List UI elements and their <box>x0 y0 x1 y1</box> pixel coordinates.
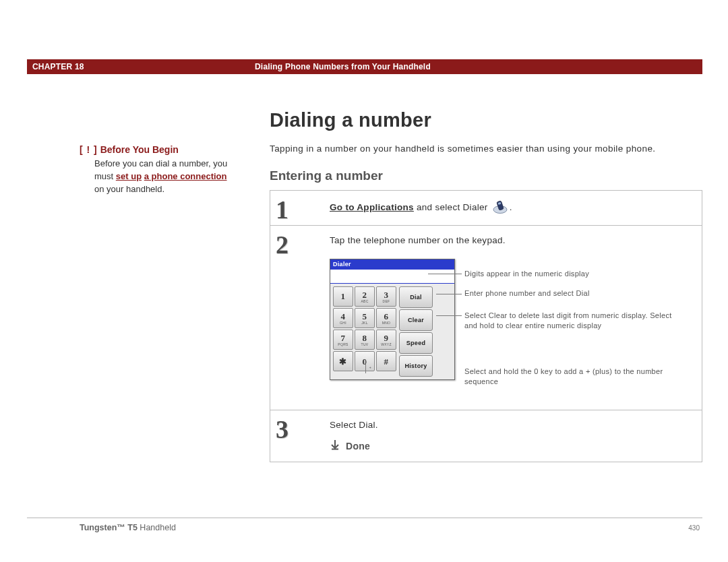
step-content-2: Tap the telephone number on the keypad. … <box>324 226 702 410</box>
key-1: 1 <box>333 286 353 307</box>
key-9: 9WXYZ <box>376 330 396 350</box>
callout-clear: Select Clear to delete last digit from n… <box>464 311 673 331</box>
dialer-numeric-display <box>330 269 454 284</box>
step3-text: Select Dial. <box>330 420 378 430</box>
key-6: 6MNO <box>376 308 396 328</box>
setup-link[interactable]: set up <box>116 171 142 181</box>
speed-button: Speed <box>399 332 433 354</box>
callout-dial: Enter phone number and select Dial <box>464 288 660 299</box>
key-sub: GHI <box>340 321 346 325</box>
callout-line <box>365 360 366 373</box>
phone-connection-link[interactable]: a phone connection <box>144 171 227 181</box>
dialer-illustration-wrap: Dialer 1 2ABC 3DEF 4GHI 5JKL 6MNO <box>330 259 694 394</box>
chapter-title: Dialing Phone Numbers from Your Handheld <box>255 62 431 71</box>
key-sub: DEF <box>383 300 390 303</box>
footer-product: Tungsten™ T5 Handheld <box>80 523 176 532</box>
footer-product-rest: Handheld <box>138 523 176 532</box>
alert-bracket: [ ! ] <box>80 144 98 155</box>
dialer-side-buttons: Dial Clear Speed History <box>399 286 433 377</box>
key-sub: + <box>369 366 371 369</box>
footer-rule <box>27 518 702 518</box>
key-digit: 5 <box>363 312 367 321</box>
callout-line <box>428 274 462 274</box>
key-digit: 8 <box>363 334 367 342</box>
key-star: ✱ <box>333 351 353 371</box>
dialer-body: 1 2ABC 3DEF 4GHI 5JKL 6MNO 7PQRS 8TUV 9W… <box>330 284 454 379</box>
key-sub: WXYZ <box>381 343 392 346</box>
key-digit: # <box>384 357 389 366</box>
page: CHAPTER 18 Dialing Phone Numbers from Yo… <box>0 0 728 562</box>
key-sub: MNO <box>382 321 391 325</box>
key-0: 0+ <box>355 351 375 371</box>
step-row-2: 2 Tap the telephone number on the keypad… <box>270 226 702 410</box>
dial-button: Dial <box>399 286 433 308</box>
step-number: 2 <box>270 226 324 410</box>
byb-post: on your handheld. <box>94 184 164 194</box>
go-to-applications-link[interactable]: Go to Applications <box>330 202 414 212</box>
clear-button: Clear <box>399 309 433 331</box>
key-7: 7PQRS <box>333 330 353 350</box>
down-arrow-icon <box>330 439 340 452</box>
footer-product-bold: Tungsten™ T5 <box>80 523 138 532</box>
dialer-titlebar: Dialer <box>330 259 454 269</box>
before-you-begin-label: Before You Begin <box>100 144 179 155</box>
page-title: Dialing a number <box>270 109 702 131</box>
key-2: 2ABC <box>355 286 375 307</box>
section-heading: Entering a number <box>270 168 702 183</box>
before-you-begin-body: Before you can dial a number, you must s… <box>80 156 235 196</box>
step-number: 3 <box>270 410 324 462</box>
step-content-3: Select Dial. Done <box>324 410 702 462</box>
key-sub: ABC <box>361 300 368 303</box>
key-sub: PQRS <box>338 343 348 346</box>
before-you-begin-title: [ ! ] Before You Begin <box>80 143 235 156</box>
key-sub: TUV <box>361 343 369 346</box>
key-sub: JKL <box>361 321 368 325</box>
done-label: Done <box>346 441 370 451</box>
done-row: Done <box>330 439 694 452</box>
before-you-begin: [ ! ] Before You Begin Before you can di… <box>80 143 235 196</box>
step2-text: Tap the telephone number on the keypad. <box>330 235 506 245</box>
key-digit: 6 <box>384 312 389 321</box>
key-digit: 2 <box>363 290 367 299</box>
dialer-app-icon <box>493 200 508 216</box>
key-4: 4GHI <box>333 308 353 328</box>
key-digit: ✱ <box>339 357 346 366</box>
step-number: 1 <box>270 191 324 225</box>
key-digit: 3 <box>384 290 389 299</box>
step-row-1: 1 Go to Applications and select Dialer . <box>270 191 702 226</box>
key-digit: 9 <box>384 334 389 342</box>
step1-tail: . <box>510 202 512 212</box>
key-digit: 4 <box>341 312 346 321</box>
footer-page-number: 430 <box>688 524 700 532</box>
key-digit: 0 <box>363 357 367 366</box>
dialer-screenshot: Dialer 1 2ABC 3DEF 4GHI 5JKL 6MNO <box>330 259 455 380</box>
key-digit: 1 <box>341 292 346 301</box>
dialer-numpad: 1 2ABC 3DEF 4GHI 5JKL 6MNO 7PQRS 8TUV 9W… <box>333 286 396 377</box>
key-hash: # <box>376 351 396 371</box>
callout-display: Digits appear in the numeric display <box>464 269 660 279</box>
history-button: History <box>399 355 433 377</box>
step-row-3: 3 Select Dial. Done <box>270 410 702 462</box>
callout-line <box>436 294 462 294</box>
step-content-1: Go to Applications and select Dialer . <box>324 191 702 225</box>
key-digit: 7 <box>341 334 346 342</box>
intro-text: Tapping in a number on your handheld is … <box>270 144 702 154</box>
chapter-label: CHAPTER 18 <box>27 62 255 71</box>
key-3: 3DEF <box>376 286 396 307</box>
key-8: 8TUV <box>355 330 375 350</box>
callout-zero-plus: Select and hold the 0 key to add a + (pl… <box>464 367 667 387</box>
step1-post: and select Dialer <box>414 202 491 212</box>
chapter-header: CHAPTER 18 Dialing Phone Numbers from Yo… <box>27 59 702 74</box>
steps-table: 1 Go to Applications and select Dialer .… <box>270 190 702 462</box>
key-5: 5JKL <box>355 308 375 328</box>
main-column: Dialing a number Tapping in a number on … <box>270 109 702 462</box>
callout-line <box>436 315 462 316</box>
